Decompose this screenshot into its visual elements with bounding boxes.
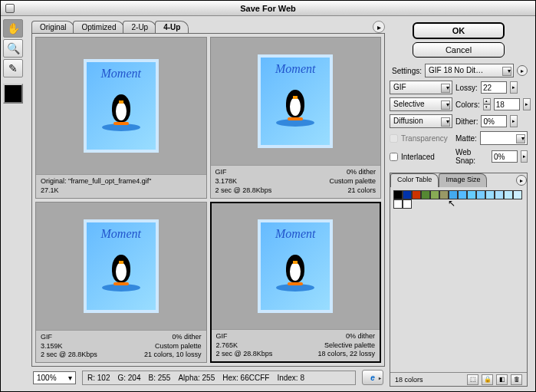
cell-opt1[interactable]: Moment GIF0% dither 3.178KCustom palette…	[210, 37, 382, 199]
swatches[interactable]	[393, 190, 524, 209]
window-titlebar: Save For Web	[1, 1, 535, 16]
colors-input[interactable]	[494, 98, 520, 110]
settings-menu-icon[interactable]: ▸	[517, 65, 528, 76]
colors-spinner[interactable]: ▴▾	[483, 98, 491, 110]
dithermethod-select[interactable]: Diffusion	[390, 114, 452, 128]
cell-opt2[interactable]: Moment GIF0% dither 3.159KCustom palette…	[35, 202, 207, 364]
hand-tool[interactable]: ✋	[3, 19, 23, 38]
ok-button[interactable]: OK	[413, 22, 505, 39]
colors-menu-icon[interactable]: ▸	[523, 98, 531, 110]
tab-color-table[interactable]: Color Table	[390, 173, 439, 187]
zoom-select[interactable]: 100%▾	[33, 371, 76, 384]
tab-2up[interactable]: 2-Up	[123, 21, 156, 33]
dither-input[interactable]	[481, 115, 507, 127]
cell-original[interactable]: Moment Original: "frame_full_opt_frame4.…	[35, 37, 207, 199]
cancel-button[interactable]: Cancel	[413, 42, 505, 58]
preview-menu-icon[interactable]: ▸	[373, 21, 385, 33]
tab-optimized[interactable]: Optimized	[73, 21, 124, 33]
tab-4up[interactable]: 4-Up	[155, 21, 189, 33]
trash-icon[interactable]: 🗑	[511, 374, 522, 385]
tool-column: ✋ 🔍 ✎	[1, 16, 27, 391]
color-swatch[interactable]	[439, 190, 449, 199]
color-swatch[interactable]	[504, 190, 513, 199]
matte-select[interactable]	[480, 131, 528, 145]
websnap-slider-icon[interactable]: ▸	[521, 150, 528, 163]
color-swatch[interactable]	[513, 190, 522, 199]
settings-preset-select[interactable]: GIF 18 No Dit…	[425, 64, 514, 77]
eyedropper-tool[interactable]: ✎	[3, 59, 23, 77]
color-swatch[interactable]	[458, 190, 467, 199]
color-swatch[interactable]	[467, 190, 476, 199]
close-box[interactable]	[5, 4, 15, 13]
colortable-menu-icon[interactable]: ▸	[516, 175, 527, 186]
preview-grid: Moment Original: "frame_full_opt_frame4.…	[31, 33, 385, 367]
color-swatch[interactable]	[412, 190, 421, 199]
format-select[interactable]: GIF	[390, 81, 452, 94]
color-info-bar: R: 102 G: 204 B: 255 Alpha: 255 Hex: 66C…	[82, 371, 356, 385]
color-swatch[interactable]	[485, 190, 495, 199]
interlaced-checkbox[interactable]: Interlaced	[390, 153, 452, 161]
color-swatch[interactable]	[393, 190, 403, 199]
color-swatch[interactable]	[449, 190, 458, 199]
lossy-input[interactable]	[481, 81, 507, 94]
transparency-checkbox[interactable]: Transparency	[390, 134, 452, 143]
color-swatch[interactable]	[495, 190, 504, 199]
color-swatch[interactable]	[403, 190, 412, 199]
websnap-input[interactable]	[492, 150, 518, 163]
new-swatch-icon[interactable]: ◧	[496, 374, 508, 385]
view-tabs: Original Optimized 2-Up 4-Up ▸	[31, 19, 385, 33]
websafe-icon[interactable]: ⬚	[467, 374, 478, 385]
reduction-select[interactable]: Selective	[390, 97, 452, 111]
zoom-tool[interactable]: 🔍	[3, 39, 23, 58]
lock-icon[interactable]: 🔒	[482, 374, 493, 385]
window-title: Save For Web	[240, 4, 296, 13]
foreground-swatch[interactable]	[3, 84, 23, 104]
color-swatch[interactable]	[403, 199, 412, 209]
tab-original[interactable]: Original	[31, 21, 74, 33]
footer-bar: 100%▾ R: 102 G: 204 B: 255 Alpha: 255 He…	[31, 367, 385, 388]
color-swatch[interactable]	[476, 190, 485, 199]
color-count: 18 colors	[395, 376, 423, 384]
cell-opt3[interactable]: Moment GIF0% dither 2.765KSelective pale…	[210, 202, 382, 364]
dither-slider-icon[interactable]: ▸	[510, 115, 518, 127]
color-swatch[interactable]	[430, 190, 439, 199]
lossy-slider-icon[interactable]: ▸	[510, 81, 518, 94]
settings-label: Settings:	[390, 67, 422, 75]
browser-preview-button[interactable]: e	[362, 370, 383, 385]
tab-image-size[interactable]: Image Size	[439, 173, 487, 187]
color-swatch[interactable]	[421, 190, 430, 199]
color-swatch[interactable]	[393, 199, 403, 209]
color-table-panel: Color Table Image Size ▸ ↖ 18 colors ⬚ 🔒…	[390, 173, 528, 387]
